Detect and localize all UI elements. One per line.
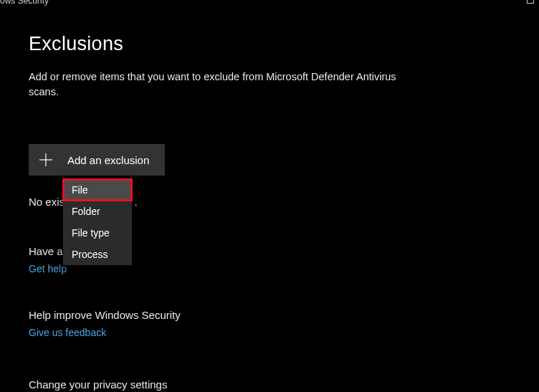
dropdown-item-file[interactable]: File <box>63 179 132 201</box>
svg-rect-0 <box>528 0 534 4</box>
plus-icon <box>39 153 53 167</box>
dropdown-item-folder[interactable]: Folder <box>63 201 132 222</box>
maximize-icon[interactable] <box>526 0 535 4</box>
add-exclusion-button[interactable]: Add an exclusion <box>29 144 165 176</box>
feedback-link[interactable]: Give us feedback <box>29 327 401 338</box>
privacy-section: Change your privacy settings <box>29 378 401 391</box>
window-titlebar: ows Security <box>0 0 539 11</box>
exclusion-type-dropdown: File Folder File type Process <box>63 179 132 265</box>
dropdown-item-file-type[interactable]: File type <box>63 222 132 244</box>
add-exclusion-label: Add an exclusion <box>67 154 149 166</box>
improve-heading: Help improve Windows Security <box>29 309 401 321</box>
privacy-heading: Change your privacy settings <box>29 378 401 391</box>
dropdown-item-process[interactable]: Process <box>63 244 132 265</box>
window-title: ows Security <box>0 0 49 6</box>
page-description: Add or remove items that you want to exc… <box>29 70 401 100</box>
main-content: Exclusions Add or remove items that you … <box>0 11 401 391</box>
improve-section: Help improve Windows Security Give us fe… <box>29 309 401 338</box>
page-title: Exclusions <box>29 33 401 55</box>
